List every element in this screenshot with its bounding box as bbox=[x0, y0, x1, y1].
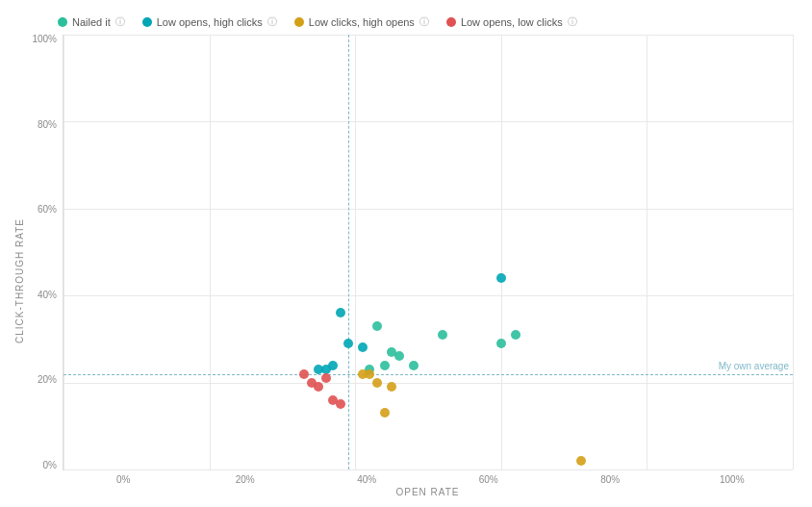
h-grid-line bbox=[63, 121, 793, 122]
v-grid-line bbox=[355, 35, 356, 469]
h-reference-line bbox=[63, 374, 793, 375]
legend: Nailed it ⓘ Low opens, high clicks ⓘ Low… bbox=[10, 10, 793, 35]
plot-with-yaxis: 100%80%60%40%20%0% My own average bbox=[29, 35, 793, 470]
info-icon-low-opens-high-clicks[interactable]: ⓘ bbox=[267, 15, 277, 29]
y-tick: 20% bbox=[38, 375, 57, 385]
legend-item-nailed-it: Nailed it ⓘ bbox=[58, 15, 125, 29]
info-icon-low-clicks-high-opens[interactable]: ⓘ bbox=[419, 15, 429, 29]
x-tick: 80% bbox=[549, 474, 672, 485]
y-ticks: 100%80%60%40%20%0% bbox=[29, 35, 63, 470]
legend-dot-nailed-it bbox=[58, 17, 67, 27]
info-icon-low-opens-low-clicks[interactable]: ⓘ bbox=[568, 15, 577, 29]
legend-label-low-clicks-high-opens: Low clicks, high opens bbox=[309, 16, 415, 28]
x-tick: 100% bbox=[672, 474, 794, 485]
legend-dot-low-opens-low-clicks bbox=[446, 17, 456, 27]
h-grid-line bbox=[63, 209, 793, 210]
data-dot[interactable] bbox=[511, 330, 520, 340]
legend-item-low-opens-low-clicks: Low opens, low clicks ⓘ bbox=[446, 15, 577, 29]
data-dot[interactable] bbox=[365, 369, 374, 379]
v-grid-line bbox=[501, 35, 502, 469]
legend-label-nailed-it: Nailed it bbox=[72, 16, 111, 28]
chart-area: CLICK-THROUGH RATE 100%80%60%40%20%0% My… bbox=[10, 35, 793, 497]
data-dot[interactable] bbox=[372, 378, 382, 388]
data-dot[interactable] bbox=[496, 273, 506, 283]
x-tick: 20% bbox=[185, 474, 307, 485]
data-dot[interactable] bbox=[438, 330, 447, 340]
plot-region: My own average bbox=[63, 35, 793, 470]
data-dot[interactable] bbox=[496, 339, 506, 348]
x-ticks: 0%20%40%60%80%100% bbox=[29, 470, 793, 485]
legend-label-low-opens-high-clicks: Low opens, high clicks bbox=[157, 16, 263, 28]
data-dot[interactable] bbox=[394, 351, 404, 361]
data-dot[interactable] bbox=[321, 373, 331, 383]
legend-dot-low-clicks-high-opens bbox=[294, 17, 304, 27]
y-tick: 0% bbox=[43, 461, 57, 470]
v-grid-line bbox=[63, 35, 64, 469]
data-dot[interactable] bbox=[358, 342, 368, 352]
x-axis-label: OPEN RATE bbox=[29, 485, 793, 497]
h-grid-line bbox=[63, 35, 793, 36]
data-dot[interactable] bbox=[380, 408, 390, 418]
x-tick: 60% bbox=[428, 474, 550, 485]
plot-area-wrapper: 100%80%60%40%20%0% My own average 0%20%4… bbox=[29, 35, 793, 497]
data-dot[interactable] bbox=[576, 456, 586, 466]
y-tick: 80% bbox=[38, 120, 57, 130]
y-tick: 40% bbox=[38, 291, 57, 300]
data-dot[interactable] bbox=[336, 308, 345, 317]
legend-dot-low-opens-high-clicks bbox=[142, 17, 152, 27]
x-tick: 0% bbox=[63, 474, 185, 485]
x-tick: 40% bbox=[306, 474, 428, 485]
h-grid-line bbox=[63, 469, 793, 470]
data-dot[interactable] bbox=[409, 361, 419, 370]
data-dot[interactable] bbox=[372, 321, 382, 331]
legend-item-low-clicks-high-opens: Low clicks, high opens ⓘ bbox=[294, 15, 429, 29]
v-reference-line bbox=[348, 35, 349, 469]
avg-label: My own average bbox=[719, 361, 789, 371]
legend-label-low-opens-low-clicks: Low opens, low clicks bbox=[461, 16, 563, 28]
chart-container: Nailed it ⓘ Low opens, high clicks ⓘ Low… bbox=[0, 0, 812, 507]
data-dot[interactable] bbox=[336, 399, 345, 409]
data-dot[interactable] bbox=[343, 339, 353, 348]
data-dot[interactable] bbox=[314, 382, 323, 392]
h-grid-line bbox=[63, 383, 793, 384]
legend-item-low-opens-high-clicks: Low opens, high clicks ⓘ bbox=[142, 15, 277, 29]
data-dot[interactable] bbox=[299, 369, 309, 379]
h-grid-line bbox=[63, 295, 793, 296]
y-tick: 100% bbox=[32, 35, 57, 44]
data-dot[interactable] bbox=[380, 361, 390, 370]
data-dot[interactable] bbox=[387, 382, 396, 392]
v-grid-line bbox=[793, 35, 794, 469]
v-grid-line bbox=[647, 35, 647, 469]
info-icon-nailed-it[interactable]: ⓘ bbox=[115, 15, 125, 29]
v-grid-line bbox=[210, 35, 211, 469]
y-tick: 60% bbox=[38, 205, 57, 215]
y-axis-label: CLICK-THROUGH RATE bbox=[10, 35, 29, 497]
